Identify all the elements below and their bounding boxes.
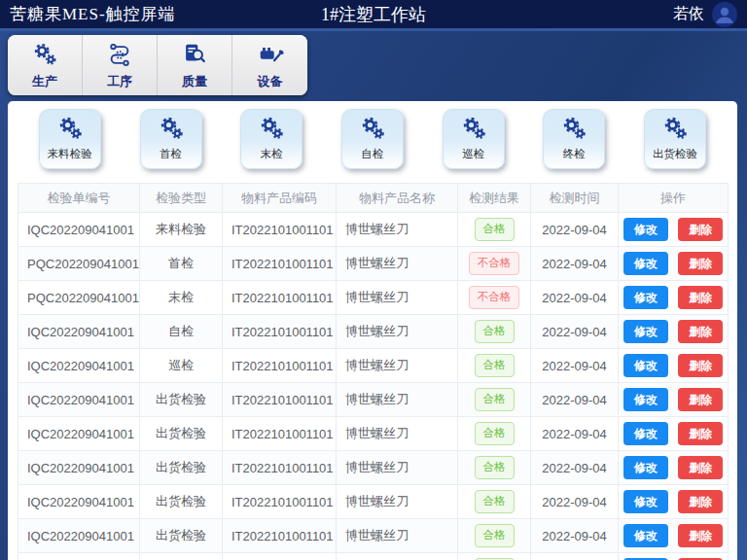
edit-button[interactable]: 修改 — [623, 388, 668, 411]
cell-result: 不合格 — [458, 281, 531, 315]
inspection-button-首检[interactable]: 首检 — [140, 109, 202, 169]
cell-actions: 修改 删除 — [619, 349, 729, 383]
inspection-button-末检[interactable]: 末检 — [240, 109, 302, 169]
inspection-button-终检[interactable]: 终检 — [543, 109, 605, 169]
result-badge: 不合格 — [469, 252, 520, 275]
inspection-button-来料检验[interactable]: 来料检验 — [39, 109, 101, 169]
result-badge: 合格 — [475, 456, 515, 479]
delete-button[interactable]: 删除 — [678, 524, 723, 547]
cell-material-code: IT2022101001101 — [223, 383, 337, 417]
cell-material-name: 博世螺丝刀 — [337, 519, 458, 553]
cell-date: 2022-09-04 — [531, 519, 619, 553]
delete-button[interactable]: 删除 — [678, 388, 723, 411]
cell-order-no: IQC202209041001 — [18, 383, 140, 417]
cell-result: 合格 — [458, 383, 531, 417]
gears-icon — [257, 114, 286, 146]
cell-actions: 修改 删除 — [619, 485, 729, 519]
delete-button[interactable]: 删除 — [678, 218, 723, 241]
equipment-icon — [257, 41, 284, 71]
cell-inspection-type: 自检 — [140, 315, 223, 349]
delete-button[interactable]: 删除 — [678, 252, 723, 275]
edit-button[interactable]: 修改 — [623, 524, 668, 547]
delete-button[interactable]: 删除 — [678, 422, 723, 445]
inspection-button-出货检验[interactable]: 出货检验 — [644, 109, 706, 169]
toolbar-button-production[interactable]: 生产 — [8, 35, 83, 95]
user-area: 若依 — [673, 2, 737, 27]
result-badge: 合格 — [475, 524, 515, 547]
delete-button[interactable]: 删除 — [678, 354, 723, 377]
workstation-title: 1#注塑工作站 — [321, 3, 426, 26]
inspection-button-label: 首检 — [160, 147, 182, 161]
delete-button[interactable]: 删除 — [678, 320, 723, 343]
cell-result: 合格 — [458, 417, 531, 451]
cell-inspection-type: 出货检验 — [140, 383, 223, 417]
cell-material-code: IT2022101001101 — [223, 553, 337, 560]
edit-button[interactable]: 修改 — [623, 218, 668, 241]
table-row: IQC202209041001 出货检验 IT2022101001101 博世螺… — [18, 485, 729, 519]
cell-result: 合格 — [458, 485, 531, 519]
table-row: IQC202209041001 出货检验 IT2022101001101 博世螺… — [18, 417, 729, 451]
cell-date: 2022-09-04 — [531, 247, 619, 281]
gears-icon — [157, 114, 186, 146]
edit-button[interactable]: 修改 — [623, 286, 668, 309]
delete-button[interactable]: 删除 — [678, 456, 723, 479]
table-row: IQC202209041001 出货检验 IT2022101001101 博世螺… — [18, 553, 729, 560]
cell-order-no: PQC202209041001 — [18, 247, 140, 281]
cell-material-code: IT2022101001101 — [223, 315, 337, 349]
table-header-row: 检验单编号检验类型物料产品编码物料产品名称检测结果检测时间操作 — [18, 184, 729, 213]
cell-result: 合格 — [458, 213, 531, 247]
inspection-button-巡检[interactable]: 巡检 — [443, 109, 505, 169]
cell-date: 2022-09-04 — [531, 553, 619, 560]
table-row: IQC202209041001 出货检验 IT2022101001101 博世螺… — [18, 519, 729, 553]
main-toolbar: 生产 工序 质量 — [8, 35, 307, 95]
inspection-button-自检[interactable]: 自检 — [341, 109, 404, 169]
cell-inspection-type: 来料检验 — [140, 213, 223, 247]
result-badge: 合格 — [475, 320, 515, 343]
cell-material-name: 博世螺丝刀 — [337, 485, 458, 519]
cell-actions: 修改 删除 — [619, 247, 729, 281]
cell-actions: 修改 删除 — [619, 315, 729, 349]
cell-date: 2022-09-04 — [531, 213, 619, 247]
cell-order-no: PQC202209041001 — [18, 281, 140, 315]
edit-button[interactable]: 修改 — [623, 354, 668, 377]
gears-icon — [660, 114, 690, 146]
gears-icon — [459, 114, 488, 146]
app-title: 苦糖果MES-触控屏端 — [10, 3, 176, 25]
cell-material-code: IT2022101001101 — [223, 451, 337, 485]
edit-button[interactable]: 修改 — [623, 252, 668, 275]
cell-material-name: 博世螺丝刀 — [337, 451, 458, 485]
edit-button[interactable]: 修改 — [623, 456, 668, 479]
cell-date: 2022-09-04 — [531, 315, 619, 349]
edit-button[interactable]: 修改 — [623, 422, 668, 445]
cell-order-no: IQC202209041001 — [18, 451, 140, 485]
username: 若依 — [673, 4, 704, 24]
toolbar-button-equipment[interactable]: 设备 — [232, 35, 307, 95]
cell-inspection-type: 末检 — [140, 281, 223, 315]
gears-icon — [55, 114, 85, 146]
process-flow-icon — [106, 41, 133, 71]
toolbar-button-process[interactable]: 工序 — [83, 35, 158, 95]
toolbar-label: 设备 — [258, 73, 283, 90]
avatar[interactable] — [712, 2, 737, 27]
delete-button[interactable]: 删除 — [678, 286, 723, 309]
result-badge: 合格 — [475, 388, 515, 411]
result-badge: 合格 — [475, 490, 515, 513]
cell-actions: 修改 删除 — [619, 553, 729, 560]
cell-date: 2022-09-04 — [531, 485, 619, 519]
result-badge: 合格 — [475, 218, 515, 241]
cell-material-code: IT2022101001101 — [223, 349, 337, 383]
delete-button[interactable]: 删除 — [678, 490, 723, 513]
inspection-button-label: 自检 — [361, 147, 383, 161]
toolbar-button-quality[interactable]: 质量 — [158, 35, 232, 95]
cell-inspection-type: 出货检验 — [140, 519, 223, 553]
cell-actions: 修改 删除 — [619, 383, 729, 417]
edit-button[interactable]: 修改 — [623, 320, 668, 343]
cell-inspection-type: 首检 — [140, 247, 223, 281]
cell-material-name: 博世螺丝刀 — [337, 417, 458, 451]
edit-button[interactable]: 修改 — [623, 490, 668, 513]
cell-inspection-type: 出货检验 — [140, 553, 223, 560]
cell-order-no: IQC202209041001 — [18, 417, 140, 451]
column-header: 检验单编号 — [18, 184, 140, 213]
table-row: IQC202209041001 出货检验 IT2022101001101 博世螺… — [18, 383, 729, 417]
inspection-table: 检验单编号检验类型物料产品编码物料产品名称检测结果检测时间操作 IQC20220… — [18, 183, 729, 560]
